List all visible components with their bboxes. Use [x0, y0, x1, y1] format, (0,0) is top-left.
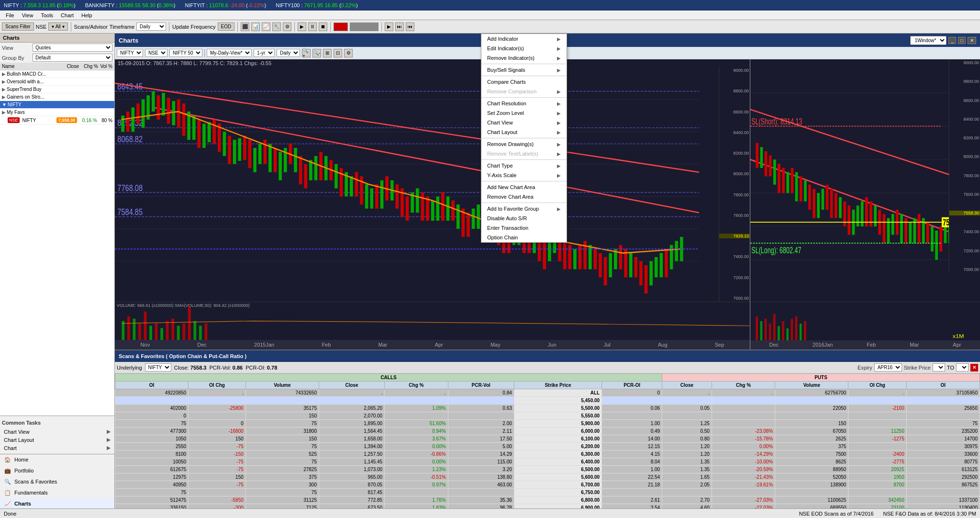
nav-portfolio[interactable]: 💼 Portfolio: [0, 465, 114, 476]
toolbar-pause[interactable]: ⏭: [395, 23, 404, 31]
table-cell: 1100625: [775, 496, 848, 504]
maximize-btn[interactable]: □: [958, 37, 966, 44]
ctx-edit-indicator[interactable]: Edit Indicator(s) ▶: [481, 44, 567, 53]
menu-chart[interactable]: Chart: [57, 11, 78, 19]
menu-file[interactable]: File: [2, 11, 18, 19]
toolbar-icon-4[interactable]: 🔧: [272, 23, 281, 31]
zoom-out-btn[interactable]: 🔍-: [312, 49, 321, 57]
menu-tools[interactable]: Tools: [37, 11, 57, 19]
ctx-chart-resolution[interactable]: Chart Resolution ▶: [481, 99, 567, 108]
list-item[interactable]: ▶ Oversold with a...: [0, 78, 114, 86]
close-option-chain-btn[interactable]: ✕: [970, 364, 978, 372]
ctx-label: Disable Auto S/R: [487, 215, 527, 221]
symbol-select[interactable]: NIFTY: [117, 49, 143, 57]
ctx-chart-type[interactable]: Chart Type ▶: [481, 161, 567, 170]
settings-btn[interactable]: ⚙: [344, 49, 353, 57]
ctx-remove-chart-area[interactable]: Remove Chart Area: [481, 192, 567, 202]
toolbar-icon-8[interactable]: ⏹: [319, 23, 327, 31]
index-select[interactable]: NIFTY 50: [169, 49, 202, 57]
toolbar-icon-2[interactable]: 📊: [251, 23, 260, 31]
table-row: 512475-585031125772.851.76%35.366,800.00…: [115, 496, 980, 504]
list-item-nifty[interactable]: ▼ NIFTY: [0, 101, 114, 109]
list-item[interactable]: ▶ Gainers on Stro...: [0, 93, 114, 101]
view-select[interactable]: Quotes: [33, 44, 112, 52]
groupby-select[interactable]: Default: [33, 54, 112, 62]
ctx-zoom-level[interactable]: Set Zoom Level ▶: [481, 108, 567, 118]
ctx-option-chain[interactable]: Option Chain: [481, 233, 567, 242]
menu-view[interactable]: View: [18, 11, 37, 19]
ctx-disable-auto-sr[interactable]: Disable Auto S/R: [481, 214, 567, 223]
nav-charts[interactable]: 📈 Charts: [0, 498, 114, 509]
ctx-add-chart-area[interactable]: Add New Chart Area: [481, 182, 567, 192]
svg-rect-40: [228, 136, 231, 164]
ctx-label: Add Indicator: [487, 36, 518, 42]
table-cell: [712, 420, 775, 428]
scans-filter-btn[interactable]: Scans Filter: [2, 23, 34, 31]
task-chart-view[interactable]: Chart View ▶: [2, 428, 112, 436]
ctx-remove-indicator[interactable]: Remove Indicator(s) ▶: [481, 53, 567, 63]
svg-rect-166: [795, 172, 798, 202]
close-chart-btn[interactable]: ✕: [968, 37, 976, 44]
nav-fundamentals[interactable]: 📋 Fundamentals: [0, 487, 114, 498]
toolbar-icon-7[interactable]: ⏸: [308, 23, 317, 31]
toolbar-icon-1[interactable]: ⬛: [241, 23, 249, 31]
ctx-enter-transaction[interactable]: Enter Transaction: [481, 223, 567, 233]
item-name: Bullish MACD Cr...: [7, 71, 112, 77]
sep4: [294, 22, 295, 32]
ctx-y-axis-scale[interactable]: Y-Axis Scale ▶: [481, 170, 567, 180]
zoom-reset-btn[interactable]: ⊡: [334, 49, 342, 57]
task-chart[interactable]: Chart ▶: [2, 444, 112, 452]
underlying-select[interactable]: NIFTY: [145, 363, 171, 372]
right-chart-canvas[interactable]: SL(Short): 8314.13 SL(Long): 6802.47 755…: [750, 59, 980, 302]
menu-help[interactable]: Help: [78, 11, 96, 19]
table-row: 477300-16800318001,564.450.94%2.116,000.…: [115, 428, 980, 435]
ctx-add-indicator[interactable]: Add Indicator ▶: [481, 34, 567, 44]
toolbar-icon-5[interactable]: ⚙: [283, 23, 291, 31]
stock-badge: NSE: [8, 117, 20, 123]
table-cell: 2.61: [602, 496, 662, 504]
list-item[interactable]: ▶ SuperTrend Buy: [0, 86, 114, 93]
line-indicator[interactable]: [350, 23, 379, 31]
ctx-submenu-icon: ▶: [557, 173, 561, 178]
ctx-chart-layout[interactable]: Chart Layout ▶: [481, 127, 567, 137]
nav-scans[interactable]: 🔍 Scans & Favorites: [0, 476, 114, 487]
expiry-select[interactable]: APR16: [874, 363, 902, 372]
toolbar-icon-6[interactable]: ▶: [298, 23, 306, 31]
minimize-btn[interactable]: _: [948, 37, 956, 44]
window-select[interactable]: 1Window*: [910, 36, 947, 45]
options-table: CALLS PUTS OI OI Chg Volume Close Chg % …: [115, 373, 980, 518]
list-item[interactable]: ▶ Bullish MACD Cr...: [0, 70, 114, 78]
table-cell: -75: [189, 443, 246, 450]
zoom-in-btn[interactable]: 🔍+: [302, 49, 311, 57]
list-item-nifty-stock[interactable]: NSE NIFTY 7,558.30 0.16 % 80 %: [0, 116, 114, 124]
ctx-add-favorite[interactable]: Add to Favorite Group ▶: [481, 204, 567, 214]
ctx-compare-charts[interactable]: Compare Charts: [481, 77, 567, 87]
ctx-submenu-icon: ▶: [557, 111, 561, 116]
strike-to-select[interactable]: [956, 363, 969, 372]
status-right: NSE EOD Scans as of 7/4/2016 NSE F&O Dat…: [799, 511, 976, 517]
chart-canvas[interactable]: 8643.45 8192.32 8068.82 7768.08 7584.85: [115, 67, 750, 302]
exchange-all-btn[interactable]: ▾ All ▾: [48, 23, 67, 31]
eod-btn[interactable]: EOD: [218, 23, 235, 31]
ctx-chart-view[interactable]: Chart View ▶: [481, 118, 567, 127]
view-chart-select[interactable]: My-Daily-View*: [207, 49, 252, 57]
task-chart-layout[interactable]: Chart Layout ▶: [2, 436, 112, 444]
toolbar-play[interactable]: ▶: [385, 23, 393, 31]
exchange-chart-select[interactable]: NSE: [145, 49, 167, 57]
period-select[interactable]: 1-yr: [254, 49, 275, 57]
ctx-remove-drawings[interactable]: Remove Drawing(s) ▶: [481, 139, 567, 149]
zoom-fit-btn[interactable]: ⊞: [323, 49, 332, 57]
timeline-nov: Nov: [141, 342, 150, 348]
svg-rect-30: [177, 100, 180, 128]
ctx-buy-sell[interactable]: Buy/Sell Signals ▶: [481, 65, 567, 75]
list-item[interactable]: ▶ My Favs: [0, 109, 114, 116]
timeframe-select[interactable]: DailyWeeklyMonthly: [136, 23, 166, 31]
table-row: 10050-75751,145.450.00%115.006,400.008.0…: [115, 458, 980, 466]
nav-home[interactable]: 🏠 Home: [0, 454, 114, 465]
strike-from-select[interactable]: [933, 363, 945, 372]
color-indicator[interactable]: [334, 23, 348, 31]
table-cell: 1,895.00: [319, 420, 384, 428]
interval-select[interactable]: Daily: [277, 49, 300, 57]
toolbar-stop[interactable]: ⏮: [406, 23, 414, 31]
toolbar-icon-3[interactable]: 📈: [262, 23, 270, 31]
